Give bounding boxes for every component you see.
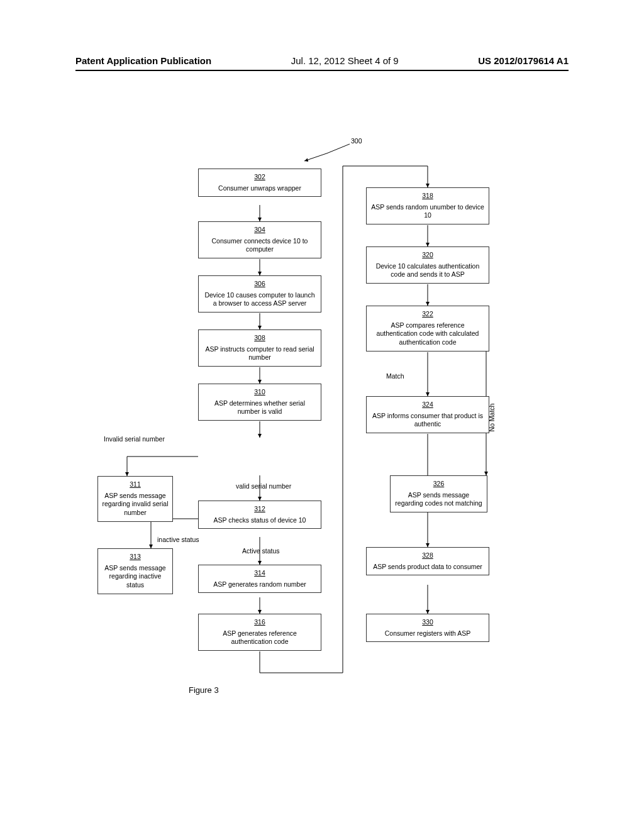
figure-label: Figure 3: [189, 685, 219, 695]
box-328: 328 ASP sends product data to consumer: [366, 547, 489, 575]
box-306-num: 306: [203, 280, 317, 289]
box-311-text: ASP sends message regarding invalid seri…: [102, 492, 168, 516]
box-326: 326 ASP sends message regarding codes no…: [390, 475, 487, 512]
box-312-num: 312: [203, 505, 317, 514]
box-314: 314 ASP generates random number: [198, 565, 321, 593]
box-318-num: 318: [370, 192, 485, 201]
page: Patent Application Publication Jul. 12, …: [0, 0, 644, 830]
box-314-num: 314: [203, 569, 317, 578]
header-mid: Jul. 12, 2012 Sheet 4 of 9: [291, 55, 399, 66]
box-308-text: ASP instructs computer to read serial nu…: [205, 345, 314, 362]
ref-300: 300: [351, 137, 362, 145]
box-330-num: 330: [370, 618, 485, 627]
box-312: 312 ASP checks status of device 10: [198, 501, 321, 529]
box-310: 310 ASP determines whether serial number…: [198, 384, 321, 421]
box-313-text: ASP sends message regarding inactive sta…: [104, 564, 165, 589]
label-active: Active status: [242, 547, 280, 555]
box-328-num: 328: [370, 551, 485, 560]
box-306-text: Device 10 causes computer to launch a br…: [204, 291, 314, 307]
box-316: 316 ASP generates reference authenticati…: [198, 614, 321, 651]
box-313-num: 313: [102, 553, 169, 562]
label-nomatch: No Match: [488, 404, 496, 432]
label-inactive: inactive status: [157, 536, 199, 543]
box-302: 302 Consumer unwraps wrapper: [198, 169, 321, 197]
label-invalid-serial: Invalid serial number: [104, 435, 165, 443]
box-318: 318 ASP sends random unumber to device 1…: [366, 187, 489, 224]
box-324: 324 ASP informs consumer that product is…: [366, 396, 489, 433]
box-320-num: 320: [370, 251, 485, 260]
header-left: Patent Application Publication: [75, 55, 211, 66]
box-302-num: 302: [203, 173, 317, 182]
header-right: US 2012/0179614 A1: [478, 55, 569, 66]
box-308: 308 ASP instructs computer to read seria…: [198, 329, 321, 367]
box-320-text: Device 10 calculates authentication code…: [376, 262, 480, 279]
box-322: 322 ASP compares reference authenticatio…: [366, 306, 489, 351]
page-header: Patent Application Publication Jul. 12, …: [0, 55, 644, 71]
box-304-num: 304: [203, 226, 317, 235]
box-304-text: Consumer connects device 10 to computer: [212, 237, 308, 253]
box-316-num: 316: [203, 618, 317, 627]
box-304: 304 Consumer connects device 10 to compu…: [198, 221, 321, 258]
box-312-text: ASP checks status of device 10: [214, 516, 306, 524]
box-306: 306 Device 10 causes computer to launch …: [198, 275, 321, 313]
box-322-num: 322: [370, 310, 485, 319]
box-318-text: ASP sends random unumber to device 10: [371, 203, 484, 219]
box-326-text: ASP sends message regarding codes not ma…: [395, 491, 482, 507]
box-330: 330 Consumer registers with ASP: [366, 614, 489, 642]
box-311: 311 ASP sends message regarding invalid …: [97, 476, 173, 522]
box-322-text: ASP compares reference authentication co…: [377, 321, 479, 346]
box-308-num: 308: [203, 334, 317, 343]
box-330-text: Consumer registers with ASP: [385, 629, 471, 637]
box-310-text: ASP determines whether serial number is …: [214, 399, 305, 416]
box-316-text: ASP generates reference authentication c…: [223, 629, 297, 646]
box-311-num: 311: [102, 480, 169, 489]
box-326-num: 326: [394, 480, 483, 489]
flow-arrows: [0, 0, 644, 830]
box-320: 320 Device 10 calculates authentication …: [366, 246, 489, 284]
label-match: Match: [386, 372, 404, 380]
box-314-text: ASP generates random number: [213, 580, 306, 588]
box-302-text: Consumer unwraps wrapper: [218, 184, 301, 192]
label-valid-serial: valid serial number: [236, 482, 291, 490]
box-328-text: ASP sends product data to consumer: [373, 563, 482, 570]
box-324-text: ASP informs consumer that product is aut…: [372, 412, 483, 428]
box-310-num: 310: [203, 388, 317, 397]
box-324-num: 324: [370, 401, 485, 409]
box-313: 313 ASP sends message regarding inactive…: [97, 548, 173, 594]
